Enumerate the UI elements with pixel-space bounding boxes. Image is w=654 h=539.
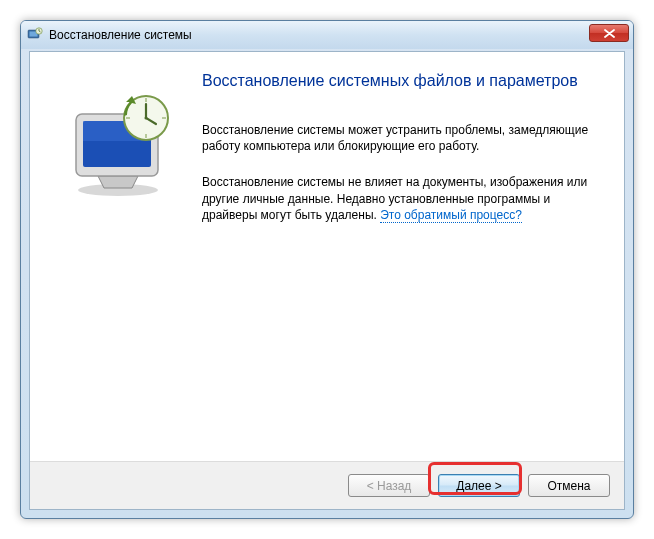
reversible-process-link[interactable]: Это обратимый процесс?	[380, 208, 522, 223]
content-frame: Восстановление системных файлов и параме…	[29, 51, 625, 510]
system-restore-window: Восстановление системы	[20, 20, 634, 519]
intro-paragraph-2: Восстановление системы не влияет на доку…	[202, 174, 606, 223]
wizard-button-row: < Назад Далее > Отмена	[30, 461, 624, 509]
system-restore-icon	[27, 27, 43, 43]
next-button[interactable]: Далее >	[438, 474, 520, 497]
cancel-button[interactable]: Отмена	[528, 474, 610, 497]
wizard-image-column	[48, 68, 198, 451]
wizard-text-column: Восстановление системных файлов и параме…	[198, 68, 606, 451]
intro-paragraph-1: Восстановление системы может устранить п…	[202, 122, 606, 154]
window-title: Восстановление системы	[49, 28, 192, 42]
titlebar: Восстановление системы	[21, 21, 633, 49]
system-restore-wizard-icon	[68, 92, 178, 202]
close-icon	[604, 29, 615, 38]
page-heading: Восстановление системных файлов и параме…	[202, 72, 606, 90]
main-area: Восстановление системных файлов и параме…	[30, 52, 624, 461]
close-button[interactable]	[589, 24, 629, 42]
back-button: < Назад	[348, 474, 430, 497]
